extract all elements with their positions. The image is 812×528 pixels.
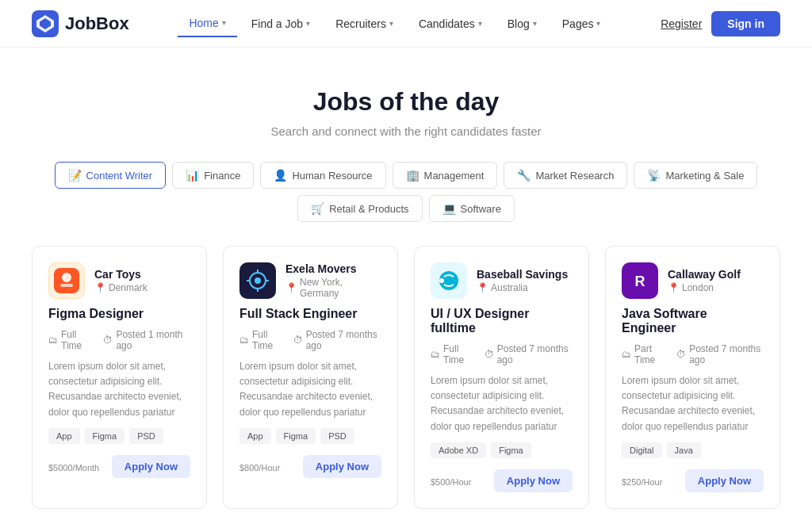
clock-icon-0: ⏱ bbox=[103, 335, 113, 346]
category-tabs: 📝 Content Writer 📊 Finance 👤 Human Resou… bbox=[0, 162, 812, 246]
salary-1: $800/Hour bbox=[239, 460, 280, 473]
home-caret: ▾ bbox=[222, 18, 226, 27]
section-subtitle: Search and connect with the right candid… bbox=[16, 124, 796, 138]
job-desc-2: Lorem ipsum dolor sit amet, consectetur … bbox=[431, 373, 573, 434]
signin-button[interactable]: Sign in bbox=[711, 11, 780, 36]
card-footer-1: $800/Hour Apply Now bbox=[239, 455, 381, 478]
company-name-3: Callaway Golf bbox=[668, 268, 741, 281]
recruiters-caret: ▾ bbox=[389, 19, 393, 28]
location-pin-icon-0: 📍 bbox=[94, 282, 106, 293]
job-title-1: Full Stack Engineer bbox=[239, 307, 381, 321]
nav-find-job[interactable]: Find a Job ▾ bbox=[240, 11, 321, 36]
nav-home[interactable]: Home ▾ bbox=[178, 10, 236, 37]
tab-software[interactable]: 💻 Software bbox=[429, 195, 515, 222]
apply-button-1[interactable]: Apply Now bbox=[303, 455, 381, 478]
tab-retail-products[interactable]: 🛒 Retail & Products bbox=[297, 195, 422, 222]
nav-blog[interactable]: Blog ▾ bbox=[496, 11, 548, 36]
company-logo-0 bbox=[48, 262, 85, 299]
salary-0: $5000/Month bbox=[48, 460, 99, 473]
briefcase-icon-0: 🗂 bbox=[48, 335, 58, 346]
tag-0-1: Figma bbox=[85, 428, 125, 444]
company-info-2: Baseball Savings 📍 Australia bbox=[477, 268, 568, 293]
job-meta-2: 🗂 Full Time ⏱ Posted 7 months ago bbox=[431, 343, 573, 365]
job-posted-0: ⏱ Posted 1 month ago bbox=[103, 329, 190, 351]
apply-button-3[interactable]: Apply Now bbox=[685, 469, 764, 492]
job-meta-3: 🗂 Part Time ⏱ Posted 7 months ago bbox=[622, 343, 764, 365]
candidates-caret: ▾ bbox=[478, 19, 482, 28]
tag-1-0: App bbox=[239, 428, 271, 444]
tab-human-resource[interactable]: 👤 Human Resource bbox=[260, 162, 385, 189]
apply-button-0[interactable]: Apply Now bbox=[112, 455, 190, 478]
job-tags-2: Adobe XD Figma bbox=[431, 442, 573, 458]
company-name-1: Exela Movers bbox=[285, 262, 381, 275]
nav-recruiters[interactable]: Recruiters ▾ bbox=[324, 11, 404, 36]
location-pin-icon-2: 📍 bbox=[477, 282, 488, 293]
job-desc-0: Lorem ipsum dolor sit amet, consectetur … bbox=[48, 359, 190, 420]
card-header-1: Exela Movers 📍 New York, Germany bbox=[239, 262, 381, 299]
job-type-0: 🗂 Full Time bbox=[48, 329, 94, 351]
card-header-3: R Callaway Golf 📍 London bbox=[622, 262, 764, 299]
company-logo-3: R bbox=[622, 262, 658, 299]
tab-market-research[interactable]: 🔧 Market Research bbox=[504, 162, 627, 189]
salary-period-3: /Hour bbox=[641, 477, 662, 487]
company-location-0: 📍 Denmark bbox=[94, 282, 147, 293]
clock-icon-2: ⏱ bbox=[485, 349, 494, 360]
tag-0-2: PSD bbox=[129, 428, 163, 444]
baseball-savings-logo-icon bbox=[431, 262, 467, 299]
job-card-1: Exela Movers 📍 New York, Germany Full St… bbox=[223, 246, 398, 509]
management-icon: 🏢 bbox=[406, 169, 419, 182]
company-logo-1 bbox=[239, 262, 276, 299]
nav-actions: Register Sign in bbox=[661, 11, 780, 36]
job-card-0: Car Toys 📍 Denmark Figma Designer 🗂 Full… bbox=[32, 246, 207, 509]
logo-text: JobBox bbox=[65, 13, 129, 34]
nav-candidates[interactable]: Candidates ▾ bbox=[408, 11, 493, 36]
content-writer-icon: 📝 bbox=[68, 169, 82, 182]
job-meta-0: 🗂 Full Time ⏱ Posted 1 month ago bbox=[48, 329, 190, 351]
tab-finance[interactable]: 📊 Finance bbox=[172, 162, 254, 189]
svg-point-4 bbox=[62, 273, 71, 282]
tab-management[interactable]: 🏢 Management bbox=[393, 162, 498, 189]
salary-2: $500/Hour bbox=[431, 474, 471, 488]
clock-icon-1: ⏱ bbox=[293, 335, 303, 346]
tab-content-writer[interactable]: 📝 Content Writer bbox=[55, 162, 167, 189]
company-location-1: 📍 New York, Germany bbox=[285, 277, 381, 299]
nav-pages[interactable]: Pages ▾ bbox=[551, 11, 612, 36]
tab-marketing-sale[interactable]: 📡 Marketing & Sale bbox=[634, 162, 757, 189]
company-location-2: 📍 Australia bbox=[477, 282, 568, 293]
job-tags-0: App Figma PSD bbox=[48, 428, 190, 444]
briefcase-icon-2: 🗂 bbox=[431, 349, 440, 360]
card-footer-3: $250/Hour Apply Now bbox=[622, 469, 764, 492]
card-header-2: Baseball Savings 📍 Australia bbox=[431, 262, 573, 299]
svg-rect-5 bbox=[60, 284, 73, 287]
job-title-2: UI / UX Designer fulltime bbox=[431, 307, 573, 335]
job-card-2: Baseball Savings 📍 Australia UI / UX Des… bbox=[414, 246, 589, 509]
job-type-3: 🗂 Part Time bbox=[622, 343, 667, 365]
nav-links: Home ▾ Find a Job ▾ Recruiters ▾ Candida… bbox=[178, 10, 611, 37]
navbar: JobBox Home ▾ Find a Job ▾ Recruiters ▾ … bbox=[0, 0, 812, 48]
card-footer-0: $5000/Month Apply Now bbox=[48, 455, 190, 478]
svg-point-8 bbox=[255, 277, 261, 284]
card-footer-2: $500/Hour Apply Now bbox=[431, 469, 573, 492]
salary-period-2: /Hour bbox=[450, 477, 471, 487]
logo[interactable]: JobBox bbox=[32, 10, 129, 37]
job-type-1: 🗂 Full Time bbox=[239, 329, 284, 351]
tag-2-0: Adobe XD bbox=[431, 442, 486, 458]
job-desc-1: Lorem ipsum dolor sit amet, consectetur … bbox=[239, 359, 381, 420]
job-card-3: R Callaway Golf 📍 London Java Software E… bbox=[605, 246, 780, 509]
job-title-0: Figma Designer bbox=[48, 307, 190, 321]
svg-point-15 bbox=[439, 278, 444, 283]
register-button[interactable]: Register bbox=[661, 17, 702, 30]
job-type-2: 🗂 Full Time bbox=[431, 343, 475, 365]
company-location-3: 📍 London bbox=[668, 282, 741, 293]
apply-button-2[interactable]: Apply Now bbox=[494, 469, 573, 492]
logo-icon bbox=[32, 10, 59, 37]
briefcase-icon-3: 🗂 bbox=[622, 349, 631, 360]
job-tags-1: App Figma PSD bbox=[239, 428, 381, 444]
company-info-3: Callaway Golf 📍 London bbox=[668, 268, 741, 293]
salary-period-0: /Month bbox=[73, 463, 100, 473]
svg-text:R: R bbox=[635, 274, 645, 289]
tag-1-1: Figma bbox=[276, 428, 316, 444]
section-header: Jobs of the day Search and connect with … bbox=[0, 48, 812, 162]
blog-caret: ▾ bbox=[533, 19, 537, 28]
job-posted-1: ⏱ Posted 7 months ago bbox=[293, 329, 381, 351]
